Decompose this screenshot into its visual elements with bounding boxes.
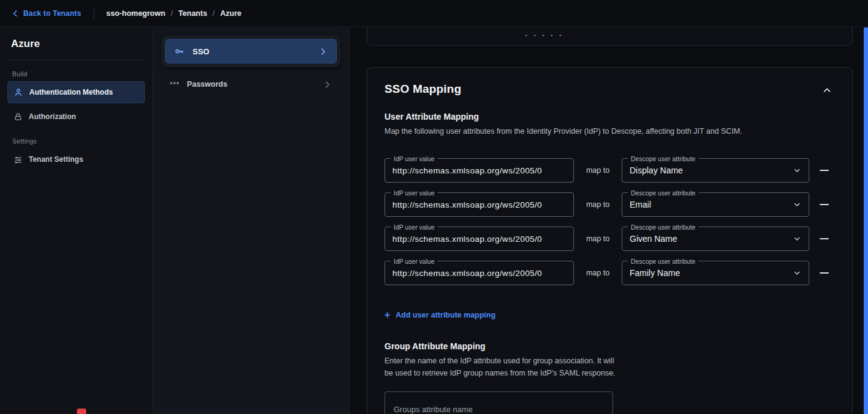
idp-user-value-field: IdP user value — [384, 158, 574, 183]
descope-attribute-label: Descope user attribute — [628, 257, 699, 266]
idp-user-value-field: IdP user value — [384, 261, 574, 285]
section-label-settings: Settings — [12, 137, 145, 145]
method-item-passwords[interactable]: *** Passwords — [161, 72, 340, 96]
masked-value-dots: · · · · · — [525, 31, 564, 40]
mapping-rows: IdP user value map to Descope user attri… — [384, 158, 835, 285]
remove-mapping-button[interactable] — [815, 162, 833, 179]
idp-user-value-label: IdP user value — [391, 257, 438, 266]
group-attribute-mapping-description: Enter the name of the IdP attribute used… — [384, 355, 616, 379]
breadcrumb-separator: / — [171, 9, 172, 18]
sidebar-item-label: Tenant Settings — [29, 155, 83, 164]
chevron-up-icon — [822, 85, 833, 96]
descope-attribute-label: Descope user attribute — [628, 223, 699, 231]
section-label-build: Build — [12, 70, 145, 78]
remove-mapping-button[interactable] — [815, 230, 833, 247]
breadcrumb: sso-homegrown / Tenants / Azure — [106, 9, 241, 18]
chevron-left-icon — [11, 9, 20, 18]
methods-panel: SSO *** Passwords — [153, 27, 350, 414]
tenant-settings-icon — [13, 155, 23, 164]
sidebar-item-authorization[interactable]: Authorization — [7, 106, 145, 128]
selected-attribute-value: Given Name — [630, 234, 793, 244]
back-link-label: Back to Tenants — [23, 9, 81, 18]
topbar-divider — [94, 8, 94, 19]
descope-attribute-select[interactable]: Descope user attribute Given Name — [622, 227, 809, 251]
mapping-row: IdP user value map to Descope user attri… — [384, 192, 835, 217]
descope-attribute-select[interactable]: Descope user attribute Display Name — [622, 158, 809, 183]
breadcrumb-separator: / — [213, 9, 215, 18]
group-attribute-mapping-heading: Group Attribute Mapping — [384, 341, 835, 351]
authentication-methods-icon — [13, 87, 23, 97]
chevron-right-icon — [318, 47, 328, 56]
descope-attribute-label: Descope user attribute — [628, 189, 699, 197]
chevron-down-icon — [793, 234, 801, 243]
plus-icon: + — [384, 311, 390, 319]
topbar: Back to Tenants sso-homegrown / Tenants … — [0, 0, 868, 27]
idp-user-value-field: IdP user value — [384, 192, 574, 217]
map-to-label: map to — [584, 166, 612, 175]
method-item-sso[interactable]: SSO — [165, 39, 337, 64]
breadcrumb-project[interactable]: sso-homegrown — [106, 9, 166, 18]
idp-user-value-label: IdP user value — [391, 189, 438, 197]
add-link-label: Add user attribute mapping — [395, 311, 495, 319]
sidebar-item-tenant-settings[interactable]: Tenant Settings — [7, 148, 145, 170]
key-icon — [174, 46, 185, 57]
chevron-down-icon — [793, 269, 801, 277]
chevron-down-icon — [793, 166, 801, 175]
minus-icon — [820, 204, 829, 205]
groups-attribute-name-input[interactable] — [385, 392, 612, 414]
method-label: Passwords — [187, 80, 315, 89]
descope-attribute-select[interactable]: Descope user attribute Email — [622, 192, 809, 217]
previous-card-fragment: · · · · · — [367, 27, 853, 46]
tenant-title: Azure — [7, 38, 145, 50]
minus-icon — [820, 170, 829, 171]
sidebar-item-authentication-methods[interactable]: Authentication Methods — [7, 81, 145, 103]
chevron-down-icon — [793, 200, 801, 209]
minus-icon — [820, 272, 829, 274]
map-to-label: map to — [584, 200, 612, 209]
main-content: · · · · · SSO Mapping User Attribute Map… — [350, 27, 868, 414]
mapping-row: IdP user value map to Descope user attri… — [384, 158, 835, 183]
remove-mapping-button[interactable] — [815, 264, 833, 281]
selected-attribute-value: Email — [630, 200, 793, 209]
back-to-tenants-link[interactable]: Back to Tenants — [11, 9, 81, 18]
map-to-label: map to — [584, 234, 612, 243]
sidebar-item-label: Authorization — [29, 112, 76, 121]
app-window: Back to Tenants sso-homegrown / Tenants … — [0, 0, 868, 414]
collapse-section-button[interactable] — [819, 82, 835, 98]
remove-mapping-button[interactable] — [815, 196, 833, 213]
method-label: SSO — [193, 47, 311, 56]
chevron-right-icon — [323, 80, 332, 89]
sidebar-item-label: Authentication Methods — [29, 88, 113, 96]
lock-icon — [13, 112, 23, 122]
add-user-attribute-mapping-link[interactable]: + Add user attribute mapping — [384, 311, 496, 319]
selected-attribute-value: Display Name — [630, 165, 793, 175]
groups-attribute-field — [384, 391, 613, 414]
user-attribute-mapping-description: Map the following user attributes from t… — [384, 126, 835, 137]
divider — [9, 60, 144, 60]
descope-attribute-label: Descope user attribute — [628, 154, 699, 163]
selected-attribute-value: Family Name — [630, 268, 793, 278]
map-to-label: map to — [584, 269, 612, 277]
idp-user-value-label: IdP user value — [391, 154, 438, 163]
passwords-icon: *** — [170, 81, 180, 88]
user-attribute-mapping-heading: User Attribute Mapping — [384, 112, 835, 122]
breadcrumb-tenants[interactable]: Tenants — [178, 9, 207, 18]
mapping-row: IdP user value map to Descope user attri… — [384, 227, 835, 251]
minus-icon — [820, 238, 829, 239]
idp-user-value-label: IdP user value — [391, 223, 438, 231]
card-title: SSO Mapping — [384, 82, 462, 96]
descope-attribute-select[interactable]: Descope user attribute Family Name — [622, 261, 809, 285]
notification-fragment — [77, 409, 86, 414]
idp-user-value-field: IdP user value — [384, 227, 574, 251]
sso-method-card: SSO — [161, 35, 340, 67]
breadcrumb-current-azure: Azure — [220, 9, 241, 18]
sso-mapping-card: SSO Mapping User Attribute Mapping Map t… — [367, 67, 853, 414]
mapping-row: IdP user value map to Descope user attri… — [384, 261, 835, 285]
scrollbar[interactable] — [864, 27, 868, 414]
sidebar: Azure Build Authentication Methods Autho… — [0, 27, 153, 414]
